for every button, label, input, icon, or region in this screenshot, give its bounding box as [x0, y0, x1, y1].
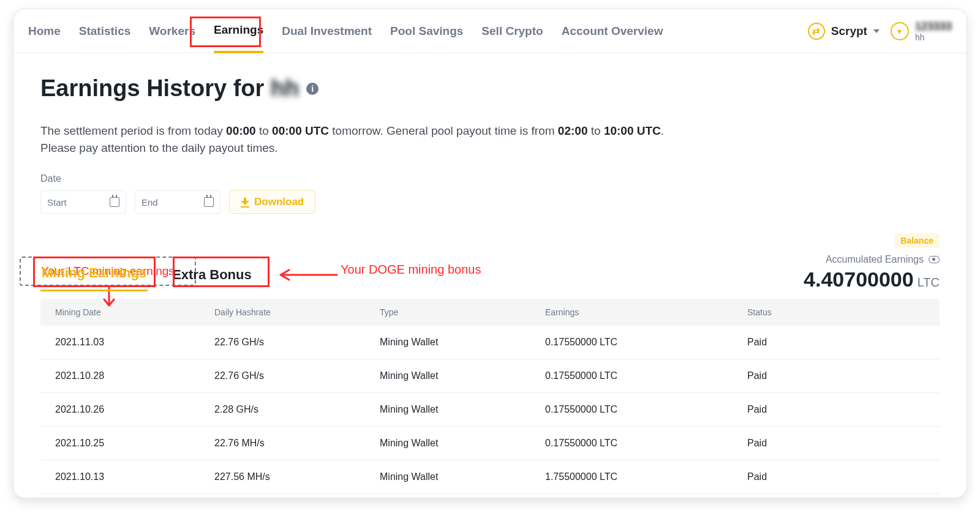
cell-hash: 2.28 GH/s	[214, 404, 380, 415]
th-date: Mining Date	[55, 307, 214, 317]
date-row: Start End Download	[40, 190, 940, 214]
nav-statistics[interactable]: Statistics	[79, 9, 130, 53]
cell-hash: 22.76 GH/s	[214, 370, 380, 381]
acc-earn-label: Accumulated Earnings	[826, 254, 924, 265]
account-text: 123333 hh	[915, 21, 952, 42]
end-date-input[interactable]: End	[135, 190, 221, 214]
cell-earn: 0.17550000 LTC	[545, 337, 747, 348]
nav-workers[interactable]: Workers	[149, 9, 195, 53]
th-hashrate: Daily Hashrate	[214, 307, 380, 317]
date-label: Date	[40, 173, 940, 184]
nav-items: Home Statistics Workers Earnings Dual In…	[28, 9, 663, 53]
download-button[interactable]: Download	[229, 190, 315, 214]
info-icon[interactable]: i	[306, 83, 318, 95]
cell-type: Mining Wallet	[380, 404, 545, 415]
cell-status: Paid	[747, 370, 925, 381]
title-prefix: Earnings History for	[40, 75, 271, 101]
cell-date: 2021.10.25	[55, 438, 214, 449]
account-sub: hh	[915, 33, 952, 42]
user-icon: ▾	[891, 22, 909, 40]
cell-status: Paid	[747, 337, 925, 348]
cell-date: 2021.10.26	[55, 404, 214, 415]
title-masked: hh	[271, 75, 299, 101]
table-body: 2021.11.0322.76 GH/sMining Wallet0.17550…	[40, 326, 940, 494]
acc-earn-currency: LTC	[918, 275, 940, 289]
table-row: 2021.10.262.28 GH/sMining Wallet0.175500…	[40, 393, 940, 427]
table-header: Mining Date Daily Hashrate Type Earnings…	[40, 299, 940, 326]
cell-date: 2021.11.03	[55, 337, 214, 348]
nav-sell-crypto[interactable]: Sell Crypto	[481, 9, 543, 53]
cell-type: Mining Wallet	[380, 471, 545, 482]
accumulated-earnings: Accumulated Earnings 4.40700000LTC	[804, 254, 940, 291]
start-placeholder: Start	[47, 197, 67, 208]
download-icon	[241, 198, 249, 206]
th-earnings: Earnings	[545, 307, 747, 317]
top-nav: Home Statistics Workers Earnings Dual In…	[13, 9, 967, 53]
account-menu[interactable]: ▾ 123333 hh	[891, 21, 952, 42]
cell-status: Paid	[747, 471, 925, 482]
cell-status: Paid	[747, 404, 925, 415]
start-date-input[interactable]: Start	[40, 190, 126, 214]
cell-date: 2021.10.28	[55, 370, 214, 381]
cell-hash: 22.76 GH/s	[214, 337, 380, 348]
th-type: Type	[380, 307, 545, 317]
account-id: 123333	[915, 21, 952, 32]
balance-badge[interactable]: Balance	[894, 233, 940, 248]
coin-label: Scrypt	[831, 24, 867, 38]
nav-dual-investment[interactable]: Dual Investment	[282, 9, 372, 53]
table-row: 2021.10.2522.76 MH/sMining Wallet0.17550…	[40, 427, 940, 460]
table-row: 2021.11.0322.76 GH/sMining Wallet0.17550…	[40, 326, 940, 359]
cell-date: 2021.10.13	[55, 471, 214, 482]
tab-mining-earnings[interactable]: Mining Earnings	[40, 261, 148, 291]
cell-earn: 0.17550000 LTC	[545, 370, 747, 381]
cell-type: Mining Wallet	[380, 370, 545, 381]
download-label: Download	[254, 196, 304, 208]
earnings-table: Mining Date Daily Hashrate Type Earnings…	[40, 299, 940, 494]
swap-icon: ⇄	[808, 23, 825, 40]
cell-type: Mining Wallet	[380, 337, 545, 348]
nav-pool-savings[interactable]: Pool Savings	[390, 9, 463, 53]
th-status: Status	[747, 307, 925, 317]
table-row: 2021.10.2822.76 GH/sMining Wallet0.17550…	[40, 359, 940, 393]
cell-hash: 22.76 MH/s	[214, 438, 380, 449]
nav-account-overview[interactable]: Account Overview	[562, 9, 663, 53]
calendar-icon	[204, 197, 214, 207]
cell-type: Mining Wallet	[380, 438, 545, 449]
calendar-icon	[110, 197, 119, 207]
cell-earn: 0.17550000 LTC	[545, 404, 747, 415]
page-title: Earnings History for hh	[40, 75, 299, 102]
annotation-doge-text: Your DOGE mining bonus	[341, 263, 481, 277]
settlement-note: The settlement period is from today 00:0…	[40, 122, 714, 156]
table-row: 2021.10.13227.56 MH/sMining Wallet1.7550…	[40, 460, 940, 494]
arrow-left-icon	[277, 269, 338, 281]
coin-selector[interactable]: ⇄ Scrypt	[808, 23, 880, 40]
end-placeholder: End	[141, 197, 158, 208]
nav-earnings[interactable]: Earnings	[214, 10, 263, 53]
cell-earn: 0.17550000 LTC	[545, 438, 747, 449]
nav-right: ⇄ Scrypt ▾ 123333 hh	[808, 21, 952, 42]
cell-earn: 1.75500000 LTC	[545, 471, 747, 482]
eye-icon[interactable]	[929, 256, 940, 263]
cell-status: Paid	[747, 438, 925, 449]
tab-extra-bonus[interactable]: Extra Bonus	[171, 263, 253, 291]
chevron-down-icon	[873, 29, 880, 33]
cell-hash: 227.56 MH/s	[214, 471, 380, 482]
acc-earn-value: 4.40700000	[804, 268, 914, 291]
nav-home[interactable]: Home	[28, 9, 61, 53]
